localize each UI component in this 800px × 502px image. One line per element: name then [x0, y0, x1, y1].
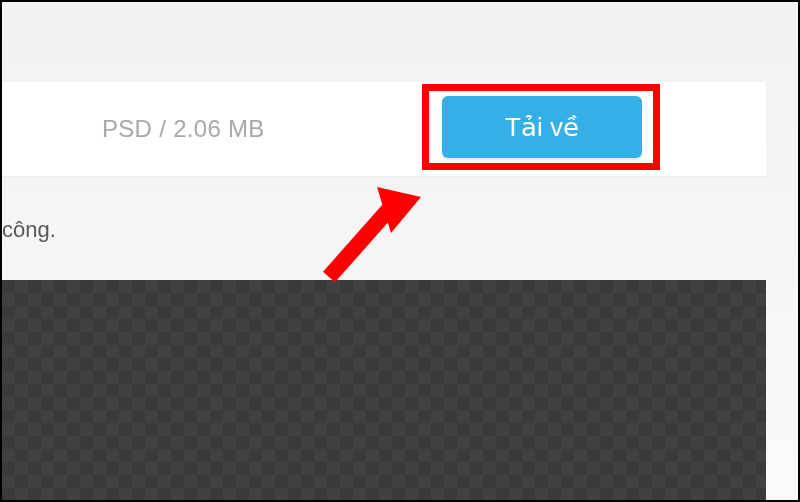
annotation-arrow-icon [309, 177, 429, 297]
status-text: công. [2, 217, 56, 243]
download-button[interactable]: Tải về [442, 96, 642, 158]
svg-line-1 [329, 207, 391, 277]
download-bar: PSD / 2.06 MB [2, 82, 766, 176]
svg-marker-2 [377, 187, 421, 233]
page-container: PSD / 2.06 MB Tải về công. [2, 2, 798, 500]
transparency-panel [2, 280, 766, 500]
file-info-label: PSD / 2.06 MB [102, 115, 265, 143]
